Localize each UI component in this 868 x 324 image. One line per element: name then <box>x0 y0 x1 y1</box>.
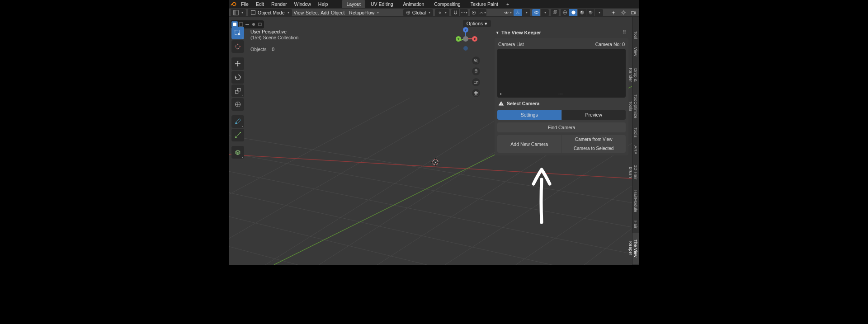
tool-measure[interactable] <box>231 129 244 141</box>
tab-toooptimize[interactable]: TooOptimize Tools <box>632 90 639 123</box>
show-overlay-toggle[interactable] <box>532 9 540 16</box>
blender-window: File Edit Render Window Help Layout UV E… <box>229 0 639 265</box>
tab-hair-module[interactable]: HairModule <box>632 187 639 216</box>
find-camera-button[interactable]: Find Camera <box>497 122 626 132</box>
list-expander-icon[interactable]: ▸ <box>500 92 502 96</box>
pivot-dropdown[interactable]: ▾ <box>435 9 449 16</box>
tool-transform[interactable] <box>231 98 244 111</box>
show-gizmo-toggle[interactable] <box>514 9 522 16</box>
menu-window[interactable]: Window <box>291 0 314 8</box>
editor-type-dropdown[interactable]: ▾ <box>231 9 246 16</box>
select-mode-4[interactable] <box>250 21 257 28</box>
workspace-animation[interactable]: Animation <box>399 0 429 8</box>
shading-rendered[interactable] <box>586 9 594 16</box>
overlay-dropdown[interactable]: ▾ <box>541 9 549 16</box>
shading-solid[interactable] <box>569 9 577 16</box>
tab-view[interactable]: View <box>632 43 639 60</box>
snap-type-dropdown[interactable]: ▾ <box>460 9 468 16</box>
tool-add-cube[interactable] <box>231 146 244 159</box>
shading-wireframe[interactable] <box>561 9 569 16</box>
header-add[interactable]: Add <box>321 10 329 15</box>
3d-viewport[interactable]: User Perspective (159) Scene Collection … <box>229 17 632 265</box>
header-select[interactable]: Select <box>306 10 319 15</box>
tab-hair[interactable]: Hair <box>632 217 639 232</box>
tool-rotate[interactable] <box>231 71 244 84</box>
panel-grip-icon[interactable]: ⠿ <box>623 29 627 35</box>
pan-button[interactable] <box>472 67 480 75</box>
svg-line-28 <box>229 188 632 265</box>
menu-file[interactable]: File <box>238 0 252 8</box>
svg-rect-3 <box>251 10 255 14</box>
proportional-falloff-dropdown[interactable]: ▾ <box>478 9 486 16</box>
workspace-uv[interactable]: UV Editing <box>366 0 398 8</box>
camera-list[interactable]: ▸ :::: <box>497 49 626 98</box>
shading-material[interactable] <box>578 9 586 16</box>
workspace-layout[interactable]: Layout <box>342 0 365 8</box>
retopoflow-dropdown[interactable]: RetopoFlow ▾ <box>346 9 382 16</box>
svg-rect-68 <box>474 81 477 84</box>
tool-scale[interactable] <box>231 85 244 97</box>
header-extras-1[interactable] <box>609 9 618 16</box>
add-workspace-button[interactable]: + <box>504 0 512 8</box>
snap-group: ▾ <box>451 9 468 16</box>
menu-render[interactable]: Render <box>268 0 290 8</box>
tool-annotate[interactable] <box>231 115 244 128</box>
header-object[interactable]: Object <box>331 10 344 15</box>
zoom-button[interactable] <box>472 56 480 65</box>
blender-logo-icon <box>231 1 237 7</box>
header-extras-3[interactable] <box>629 9 637 16</box>
tab-tool[interactable]: Tool <box>632 28 639 42</box>
proportional-toggle[interactable] <box>470 9 478 16</box>
options-dropdown[interactable]: Options ▾ <box>463 20 491 27</box>
shading-dropdown[interactable]: ▾ <box>595 9 603 16</box>
camera-from-view-button[interactable]: Camera from View <box>562 135 626 144</box>
object-mode-icon <box>250 10 256 15</box>
perspective-toggle-button[interactable] <box>472 89 480 97</box>
nav-gizmo[interactable]: Z X Y <box>454 27 477 51</box>
tab-tools[interactable]: Tools <box>632 124 639 141</box>
magnet-icon <box>453 10 458 15</box>
svg-rect-9 <box>464 12 464 13</box>
svg-line-38 <box>229 98 410 207</box>
orientation-dropdown[interactable]: Global ▾ <box>403 9 433 16</box>
header-extras-2[interactable] <box>619 9 627 16</box>
gizmo-z-axis[interactable]: Z <box>463 27 468 33</box>
camera-view-button[interactable] <box>472 78 480 86</box>
preview-tab[interactable]: Preview <box>562 110 626 120</box>
warning-icon <box>498 100 504 106</box>
tool-move[interactable] <box>231 57 244 70</box>
panel-body: Camera List Camera No: 0 ▸ :::: Select C… <box>495 38 628 155</box>
svg-rect-48 <box>233 23 236 26</box>
gizmo-neg-z-axis[interactable] <box>463 46 468 51</box>
camera-to-selected-button[interactable]: Camera to Selected <box>562 144 626 153</box>
tab-view-keeper[interactable]: The View Keeper <box>632 233 639 264</box>
tab-3d-hair-brush[interactable]: 3D Hair Brush <box>632 159 639 186</box>
visibility-dropdown[interactable]: ▾ <box>504 9 512 16</box>
list-resize-handle[interactable]: :::: <box>558 92 566 96</box>
workspace-compositing[interactable]: Compositing <box>429 0 465 8</box>
workspace-texture-paint[interactable]: Texture Paint <box>466 0 503 8</box>
settings-tab[interactable]: Settings <box>497 110 561 120</box>
gizmo-dropdown[interactable]: ▾ <box>522 9 530 16</box>
objects-count: 0 <box>272 47 274 52</box>
scale-icon <box>234 87 241 94</box>
tab-drop-render[interactable]: Drop & Render <box>632 61 639 89</box>
menu-edit[interactable]: Edit <box>253 0 267 8</box>
tool-cursor[interactable] <box>231 40 244 53</box>
select-mode-5[interactable] <box>257 21 263 28</box>
gizmo-y-axis[interactable]: Y <box>456 36 461 42</box>
add-new-camera-button[interactable]: Add New Camera <box>497 135 561 153</box>
tool-select-box[interactable] <box>231 27 244 39</box>
select-box-icon <box>234 29 242 37</box>
menu-help[interactable]: Help <box>315 0 331 8</box>
snap-toggle[interactable] <box>451 9 459 16</box>
xray-toggle[interactable] <box>551 9 559 16</box>
gizmo-x-axis[interactable]: X <box>472 36 477 42</box>
svg-point-21 <box>589 10 592 14</box>
select-mode-3[interactable] <box>244 21 250 28</box>
panel-title: The View Keeper <box>501 30 541 35</box>
panel-header[interactable]: ▾ The View Keeper ⠿ <box>495 28 628 36</box>
tab-arp[interactable]: ARP <box>632 142 639 158</box>
mode-dropdown[interactable]: Object Mode ▾ <box>248 9 292 16</box>
header-view[interactable]: View <box>294 10 304 15</box>
